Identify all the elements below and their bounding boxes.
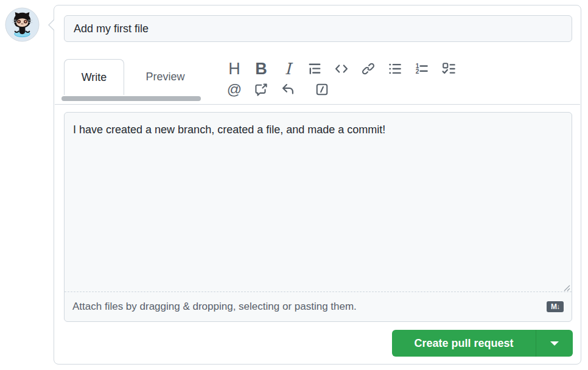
- mention-icon: @: [227, 82, 242, 97]
- italic-icon: I: [285, 61, 291, 77]
- bold-button[interactable]: B: [254, 61, 268, 76]
- ordered-list-button[interactable]: 1 2: [415, 61, 429, 76]
- user-avatar: [5, 7, 40, 42]
- italic-button[interactable]: I: [281, 61, 295, 76]
- list-unordered-icon: [388, 62, 402, 75]
- heading-button[interactable]: H: [227, 61, 242, 76]
- comment-box: I have created a new branch, created a f…: [64, 112, 572, 322]
- markdown-toolbar-row1: H B I: [227, 61, 456, 76]
- pr-body-textarea[interactable]: I have created a new branch, created a f…: [65, 113, 572, 292]
- list-ordered-icon: 1 2: [415, 62, 429, 75]
- cross-reference-button[interactable]: [254, 82, 268, 97]
- create-pr-button-group: Create pull request: [392, 330, 573, 357]
- caret-down-icon: [550, 341, 559, 346]
- tabnav-scrollbar-thumb[interactable]: [61, 96, 201, 101]
- speech-caret-icon-fill: [49, 20, 54, 30]
- code-icon: [335, 62, 348, 75]
- attach-files-text: Attach files by dragging & dropping, sel…: [72, 301, 357, 313]
- resize-grip-icon[interactable]: [564, 285, 570, 291]
- heading-icon: H: [228, 61, 240, 77]
- create-pull-request-button[interactable]: Create pull request: [392, 330, 536, 357]
- quote-icon: [308, 62, 321, 75]
- create-pr-dropdown-button[interactable]: [536, 330, 573, 357]
- pr-form-card: Write Preview H B I: [54, 5, 581, 365]
- reply-button[interactable]: [281, 82, 295, 97]
- cross-reference-icon: [254, 83, 268, 96]
- editor-tabnav: Write Preview H B I: [55, 58, 580, 105]
- reply-icon: [281, 83, 295, 96]
- attach-files-bar[interactable]: Attach files by dragging & dropping, sel…: [65, 292, 572, 321]
- tasklist-icon: [442, 62, 455, 75]
- octocat-avatar-icon: [5, 7, 40, 42]
- slash-command-icon: [315, 83, 329, 96]
- tabnav-scrollbar-track: [55, 95, 203, 102]
- pr-compose-page: Write Preview H B I: [0, 0, 588, 370]
- unordered-list-button[interactable]: [388, 61, 402, 76]
- slash-command-button[interactable]: [315, 82, 329, 97]
- tab-preview[interactable]: Preview: [124, 59, 206, 95]
- link-button[interactable]: [361, 61, 376, 76]
- tasklist-button[interactable]: [441, 61, 456, 76]
- bold-icon: B: [255, 61, 267, 77]
- markdown-supported-icon[interactable]: M↓: [547, 301, 564, 312]
- pr-title-input[interactable]: [64, 15, 572, 42]
- mention-button[interactable]: @: [227, 82, 242, 97]
- markdown-toolbar-row2: @: [227, 82, 329, 97]
- link-icon: [362, 62, 375, 75]
- quote-button[interactable]: [307, 61, 322, 76]
- code-button[interactable]: [334, 61, 349, 76]
- svg-text:2: 2: [416, 68, 419, 75]
- tab-write[interactable]: Write: [64, 59, 124, 95]
